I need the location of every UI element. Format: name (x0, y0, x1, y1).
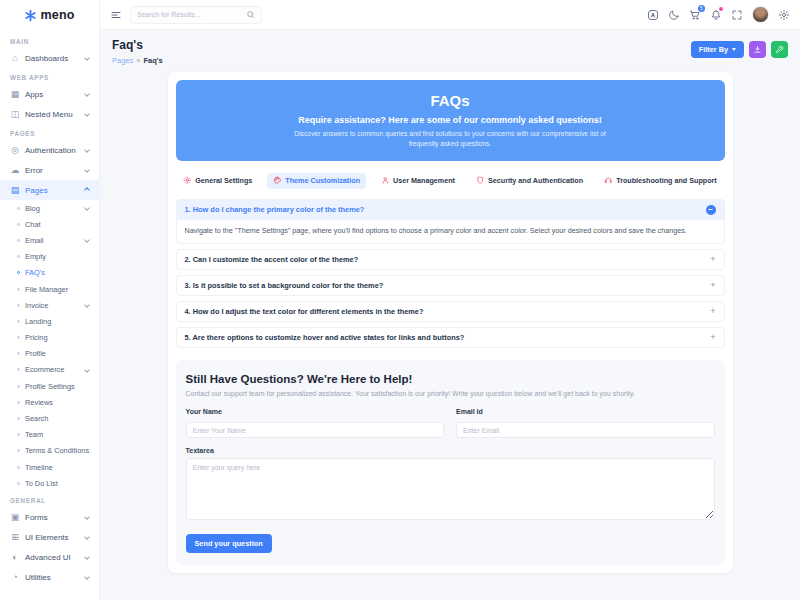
sidebar-item-authentication[interactable]: ◎ Authentication (0, 140, 99, 160)
contact-title: Still Have Questions? We're Here to Help… (186, 373, 715, 385)
language-icon[interactable] (647, 9, 659, 21)
collapse-icon[interactable]: − (706, 205, 716, 215)
faq-question-4[interactable]: 4. How do I adjust the text color for di… (177, 302, 724, 321)
sidebar-item-ui-elements[interactable]: ⊞ UI Elements (0, 527, 99, 547)
hero-description: Discover answers to common queries and f… (280, 129, 620, 150)
bullet-icon (17, 288, 20, 291)
sidebar-item-reviews[interactable]: Reviews (0, 394, 99, 410)
sidebar-item-email[interactable]: Email (0, 232, 99, 248)
sidebar-item-chat[interactable]: Chat (0, 216, 99, 232)
email-field[interactable] (456, 422, 715, 438)
bullet-icon (17, 207, 20, 210)
message-field-group: Textarea (186, 447, 715, 524)
bullet-icon (17, 368, 20, 371)
nested-menu-icon: ◫ (10, 110, 20, 119)
expand-icon[interactable]: + (710, 333, 715, 342)
bullet-icon (17, 352, 20, 355)
bullet-icon (17, 401, 20, 404)
apps-grid-icon: ▦ (10, 90, 20, 99)
sidebar-item-dashboards[interactable]: ⌂ Dashboards (0, 48, 99, 68)
tab-security-authentication[interactable]: Security and Authentication (470, 173, 589, 189)
sidebar-item-empty[interactable]: Empty (0, 249, 99, 265)
topbar-actions: 5 (647, 6, 790, 23)
bullet-icon (17, 417, 20, 420)
breadcrumb-current: Faq's (143, 56, 162, 65)
faq-question-5[interactable]: 5. Are there options to customize hover … (177, 328, 724, 347)
sidebar-item-profile[interactable]: Profile (0, 346, 99, 362)
notification-dot (719, 7, 724, 12)
expand-icon[interactable]: + (710, 255, 715, 264)
sidebar-item-search[interactable]: Search (0, 410, 99, 426)
expand-icon[interactable]: + (710, 307, 715, 316)
sidebar-section-general: GENERAL (0, 491, 99, 507)
chevron-down-icon (84, 575, 90, 581)
tab-theme-customization[interactable]: Theme Customization (267, 173, 366, 189)
textarea-label: Textarea (186, 447, 715, 454)
settings-gear-icon[interactable] (778, 9, 790, 21)
sidebar-item-to-do-list[interactable]: To Do List (0, 475, 99, 491)
sidebar-item-error[interactable]: ☁ Error (0, 160, 99, 180)
expand-icon[interactable]: + (710, 281, 715, 290)
sidebar-item-utilities[interactable]: ◔ Utilities (0, 567, 99, 587)
sidebar-item-team[interactable]: Team (0, 427, 99, 443)
sidebar-item-nested-menu[interactable]: ◫ Nested Menu (0, 104, 99, 124)
lock-icon: ◎ (10, 146, 20, 155)
utilities-icon: ◔ (10, 573, 20, 582)
palette-icon (273, 176, 282, 185)
sidebar-item-pages[interactable]: ▤ Pages (0, 180, 99, 200)
hamburger-menu-icon[interactable] (110, 9, 122, 21)
breadcrumb-parent[interactable]: Pages (112, 56, 133, 65)
dark-mode-moon-icon[interactable] (668, 9, 680, 21)
faq-question-2[interactable]: 2. Can I customize the accent color of t… (177, 250, 724, 269)
chevron-down-icon (84, 205, 90, 211)
wrench-icon (775, 45, 784, 54)
notifications-bell-icon[interactable] (710, 9, 722, 21)
sidebar-item-blog[interactable]: Blog (0, 200, 99, 216)
file-icon: ▤ (10, 186, 20, 195)
gear-icon (183, 176, 192, 185)
chevron-up-icon (84, 187, 90, 193)
tab-troubleshooting-support[interactable]: Troubleshooting and Support (598, 173, 723, 189)
bullet-icon (17, 271, 20, 274)
sidebar-item-invoice[interactable]: Invoice (0, 297, 99, 313)
hero-title: FAQs (216, 92, 685, 109)
chevron-down-icon (84, 91, 90, 97)
sidebar-item-timeline[interactable]: Timeline (0, 459, 99, 475)
tab-user-management[interactable]: User Management (375, 173, 461, 189)
bullet-icon (17, 223, 20, 226)
search-input[interactable] (137, 11, 242, 18)
sidebar-section-pages: PAGES (0, 124, 99, 140)
sidebar-item-ecommerce[interactable]: Ecommerce (0, 362, 99, 378)
user-avatar[interactable] (752, 6, 769, 23)
search-icon[interactable] (246, 10, 255, 19)
bullet-icon (17, 433, 20, 436)
sidebar-item-faqs[interactable]: FAQ's (0, 265, 99, 281)
user-icon (381, 176, 390, 185)
contact-form: Your Name Email Id Textarea Send your qu… (186, 408, 715, 554)
tools-button[interactable] (771, 41, 788, 58)
tab-general-settings[interactable]: General Settings (177, 173, 258, 189)
sidebar-item-advanced-ui[interactable]: ◐ Advanced UI (0, 547, 99, 567)
download-button[interactable] (749, 41, 766, 58)
send-question-button[interactable]: Send your question (186, 534, 272, 553)
header-actions: Filter By (691, 41, 788, 58)
query-textarea[interactable] (186, 458, 715, 520)
forms-icon: ▣ (10, 513, 20, 522)
fullscreen-icon[interactable] (731, 9, 743, 21)
sidebar-item-landing[interactable]: Landing (0, 313, 99, 329)
faq-question-3[interactable]: 3. Is it possible to set a background co… (177, 276, 724, 295)
name-field[interactable] (186, 422, 445, 438)
chevron-down-icon (84, 147, 90, 153)
sidebar-item-apps[interactable]: ▦ Apps (0, 84, 99, 104)
brand-logo[interactable]: meno (0, 0, 99, 30)
sidebar-item-profile-settings[interactable]: Profile Settings (0, 378, 99, 394)
sidebar-item-pricing[interactable]: Pricing (0, 330, 99, 346)
sidebar-item-forms[interactable]: ▣ Forms (0, 507, 99, 527)
sidebar-item-file-manager[interactable]: File Manager (0, 281, 99, 297)
faq-question-1[interactable]: 1. How do I change the primary color of … (177, 200, 724, 220)
faq-item-5: 5. Are there options to customize hover … (176, 327, 725, 348)
filter-by-button[interactable]: Filter By (691, 41, 744, 58)
cart-icon[interactable]: 5 (689, 9, 701, 21)
sidebar-item-terms-conditions[interactable]: Terms & Conditions (0, 443, 99, 459)
sidebar-section-main: MAIN (0, 32, 99, 48)
